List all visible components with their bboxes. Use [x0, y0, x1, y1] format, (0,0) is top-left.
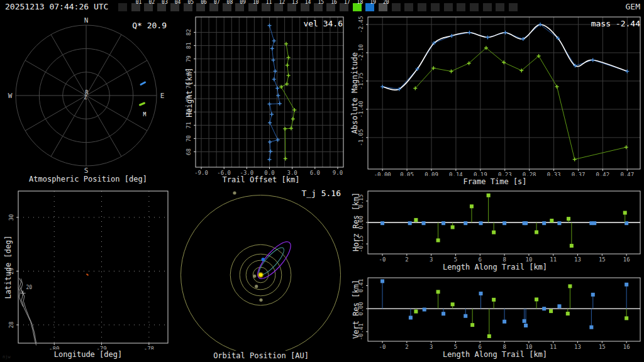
svg-text:0.33: 0.33 — [547, 172, 561, 176]
frame-button-blank[interactable] — [404, 3, 413, 11]
header-bar: 20251213 07:44:26 UTC 010203040506070809… — [0, 0, 644, 14]
atmospheric-position-panel: NESWRZM Q* 20.9 Atmospheric Position [de… — [0, 15, 176, 185]
svg-text:11: 11 — [550, 256, 557, 263]
shower-label: GEM — [626, 2, 640, 11]
svg-text:13: 13 — [574, 344, 581, 350]
svg-text:-80: -80 — [49, 346, 59, 349]
svg-text:10: 10 — [525, 344, 532, 350]
svg-text:6: 6 — [479, 344, 482, 350]
frame-label: 10 — [253, 0, 259, 5]
frame-label: 11 — [266, 0, 272, 5]
svg-text:-0: -0 — [379, 344, 386, 350]
meteor-analysis-screen: { "header": { "timestamp": "20251213 07:… — [0, 0, 644, 362]
velocity-annotation: vel 34.6 — [303, 19, 343, 28]
svg-text:2: 2 — [405, 344, 408, 350]
frame-label: 18 — [357, 0, 364, 5]
frame-button-blank[interactable] — [444, 3, 453, 11]
height-axis-label: Height [km] — [185, 61, 194, 124]
frame-button-blank[interactable] — [418, 3, 426, 11]
svg-text:68: 68 — [186, 148, 192, 155]
svg-text:3: 3 — [430, 344, 433, 350]
frame-label: 19 — [370, 0, 376, 5]
svg-text:-9.0: -9.0 — [194, 170, 208, 175]
frame-button-blank[interactable] — [483, 3, 492, 11]
frame-button-blank[interactable] — [496, 3, 504, 11]
vert-length-caption: Length Along Trail [km] — [346, 350, 644, 359]
frame-label: 20 — [383, 0, 389, 5]
frame-button-blank[interactable] — [470, 3, 479, 11]
svg-text:13: 13 — [574, 256, 581, 263]
svg-text:0.0: 0.0 — [264, 170, 274, 175]
frame-label: 12 — [279, 0, 285, 5]
svg-text:0.14: 0.14 — [449, 172, 463, 176]
frame-label: 17 — [344, 0, 350, 5]
latitude-axis-label: Latitude [deg] — [4, 233, 13, 302]
svg-text:82: 82 — [186, 29, 192, 36]
svg-text:30: 30 — [8, 214, 14, 221]
frame-label: 02 — [148, 0, 155, 5]
svg-text:2: 2 — [405, 256, 408, 263]
svg-text:5: 5 — [454, 344, 457, 350]
vert-res-plot: -02356810111315160.410.00-0.41 — [346, 274, 644, 350]
frame-selector-strip: 0102030405060708091011121314151617181920 — [0, 0, 644, 14]
svg-text:28: 28 — [8, 322, 14, 329]
svg-text:0.23: 0.23 — [498, 172, 512, 176]
svg-text:0.05: 0.05 — [400, 172, 414, 176]
vert-res-axis-label: Vert Res [km] — [352, 278, 360, 341]
svg-text:70: 70 — [186, 135, 192, 142]
ground-track-map: -80-79-7830292820 — [0, 185, 176, 349]
frame-label: 08 — [227, 0, 233, 5]
vert-res-panel: -02356810111315160.410.00-0.41 Vert Res … — [346, 274, 644, 362]
svg-text:0.37: 0.37 — [572, 172, 586, 176]
frame-button-blank[interactable] — [431, 3, 440, 11]
frame-label: 03 — [162, 0, 168, 5]
svg-text:0.47: 0.47 — [620, 172, 634, 176]
frame-label: 14 — [305, 0, 311, 5]
tisserand-annotation: T_j 5.16 — [301, 189, 341, 198]
frame-label: 04 — [175, 0, 181, 5]
svg-text:0.28: 0.28 — [523, 172, 536, 176]
magnitude-plot: -0.000.050.090.140.190.230.280.330.370.4… — [346, 15, 644, 176]
svg-text:6: 6 — [479, 256, 482, 263]
svg-text:6.0: 6.0 — [310, 170, 320, 175]
frame-button-blank[interactable] — [457, 3, 465, 11]
svg-text:S: S — [84, 167, 89, 175]
frame-button-blank — [118, 3, 127, 11]
frame-label: 16 — [331, 0, 337, 5]
svg-text:-6.0: -6.0 — [217, 170, 231, 175]
svg-text:10: 10 — [525, 256, 532, 263]
horz-res-axis-label: Horz Res [km] — [352, 190, 360, 253]
atmospheric-position-plot: NESWRZM — [0, 15, 176, 175]
svg-text:20: 20 — [26, 285, 33, 290]
frame-label: 09 — [240, 0, 246, 5]
orbital-position-plot — [176, 185, 346, 351]
ground-track-panel: -80-79-7830292820 Latitude [deg] Longitu… — [0, 185, 176, 362]
svg-text:81: 81 — [186, 42, 192, 49]
horz-length-caption: Length Along Trail [km] — [346, 263, 644, 272]
frame-button-blank[interactable] — [392, 3, 401, 11]
longitude-caption: Longitude [deg] — [0, 350, 176, 359]
horz-res-plot: -02356810111315160.150.00-0.15 — [346, 185, 644, 263]
horz-res-panel: -02356810111315160.150.00-0.15 Horz Res … — [346, 185, 644, 274]
frame-button-blank[interactable] — [509, 3, 518, 11]
atmospheric-position-caption: Atmospheric Position [deg] — [0, 175, 176, 184]
svg-text:3.0: 3.0 — [287, 170, 297, 175]
frame-label: 06 — [201, 0, 207, 5]
frame-label: 13 — [292, 0, 298, 5]
magnitude-panel: -0.000.050.090.140.190.230.280.330.370.4… — [346, 15, 644, 185]
trail-offset-caption: Trail Offset [km] — [176, 175, 346, 184]
svg-text:N: N — [84, 16, 89, 25]
svg-text:E: E — [160, 92, 165, 100]
svg-text:M: M — [143, 112, 147, 118]
orbital-position-panel: T_j 5.16 Orbital Position [AU] — [176, 185, 346, 362]
svg-text:-0: -0 — [379, 256, 386, 263]
svg-text:5: 5 — [454, 256, 457, 263]
svg-text:Z: Z — [84, 95, 87, 101]
watermark: njw — [3, 354, 11, 359]
frame-label: 01 — [136, 0, 142, 5]
orbital-position-caption: Orbital Position [AU] — [176, 351, 346, 360]
svg-text:8: 8 — [502, 344, 506, 350]
svg-text:-2.45: -2.45 — [358, 16, 364, 33]
frame-label: 15 — [318, 0, 325, 5]
svg-text:-79: -79 — [96, 346, 106, 349]
